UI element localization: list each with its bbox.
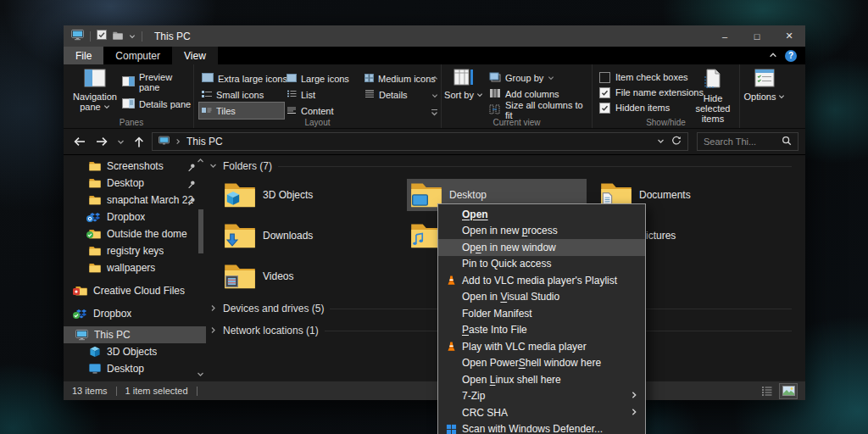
section-header-folders-7[interactable]: Folders (7) [209, 160, 792, 172]
layout-option-content[interactable]: Content [284, 103, 362, 119]
cube-icon [89, 346, 101, 358]
sidebar-item-wallpapers[interactable]: wallpapers [64, 259, 206, 276]
layout-option-label: Tiles [216, 106, 236, 116]
tile-videos[interactable]: Videos [220, 260, 400, 292]
preview-pane-button[interactable]: Preview pane [122, 75, 193, 90]
menu-item-7-zip[interactable]: 7-Zip [438, 388, 645, 405]
menu-item-open[interactable]: Open [438, 206, 645, 223]
menu-item-open-powershell-window-here[interactable]: Open PowerShell window here [438, 355, 645, 372]
sidebar-item-this-pc[interactable]: This PC [64, 326, 206, 343]
back-button[interactable] [70, 136, 89, 147]
sync-badge-icon [86, 213, 93, 225]
sidebar-item-label: Desktop [107, 177, 144, 189]
size-columns-icon [489, 104, 501, 116]
sidebar-item-desktop[interactable]: Desktop [64, 175, 206, 192]
sidebar-item-creative-cloud-files[interactable]: Creative Cloud Files [64, 282, 206, 299]
forward-button[interactable] [92, 136, 111, 147]
search-icon[interactable] [782, 136, 792, 147]
sidebar-item-label: 3D Objects [107, 346, 157, 358]
recent-locations-chevron-icon[interactable] [114, 138, 126, 146]
details-view-toggle-icon[interactable] [759, 384, 776, 398]
status-divider [197, 387, 198, 396]
chevron-right-icon [209, 303, 217, 314]
tab-view[interactable]: View [172, 47, 218, 64]
details-pane-button[interactable]: Details pane [122, 97, 191, 112]
tile-3d-objects[interactable]: 3D Objects [220, 179, 400, 211]
sidebar-scrollbar[interactable] [197, 155, 205, 380]
refresh-icon[interactable] [671, 136, 682, 148]
large-icons-view-toggle-icon[interactable] [780, 384, 797, 398]
scroll-down-icon[interactable] [196, 370, 204, 378]
chevron-right-icon [209, 325, 217, 337]
pin-icon [187, 162, 196, 174]
scrollbar-thumb[interactable] [198, 209, 203, 253]
sidebar-item-outside-the-dome[interactable]: Outside the dome [64, 225, 206, 242]
menu-item-folder-manifest[interactable]: Folder Manifest [438, 305, 645, 322]
breadcrumb[interactable]: This PC [186, 136, 223, 147]
layout-option-extra-large-icons[interactable]: Extra large icons [199, 70, 284, 86]
menu-item-open-linux-shell-here[interactable]: Open Linux shell here [438, 371, 645, 388]
tile-label: Downloads [263, 230, 313, 242]
help-icon[interactable]: ? [785, 50, 797, 62]
context-menu: OpenOpen in new processOpen in new windo… [437, 203, 646, 434]
sidebar-item-3d-objects[interactable]: 3D Objects [64, 343, 206, 360]
sidebar-item-dropbox[interactable]: Dropbox [64, 305, 206, 322]
sidebar-item-snapchat-march-22[interactable]: snapchat March 22 [64, 192, 206, 209]
group-label-current-view: Current view [442, 118, 592, 127]
layout-option-details[interactable]: Details [362, 86, 435, 103]
menu-item-open-in-visual-studio[interactable]: Open in Visual Studio [438, 289, 645, 306]
minimize-button[interactable]: – [709, 25, 741, 47]
menu-item-paste-into-file[interactable]: Paste Into File [438, 322, 645, 339]
minimize-ribbon-icon[interactable] [769, 50, 777, 62]
size-columns-button[interactable]: Size all columns to fit [489, 103, 592, 118]
sidebar-item-screenshots[interactable]: Screenshots [64, 158, 206, 175]
options-button[interactable]: Options [741, 69, 788, 102]
menu-item-open-in-new-process[interactable]: Open in new process [438, 223, 645, 240]
layout-option-medium-icons[interactable]: Medium icons [362, 70, 435, 86]
new-folder-icon[interactable] [113, 31, 123, 42]
layout-option-tiles[interactable]: Tiles [199, 103, 284, 119]
gallery-scroll-down-icon[interactable] [431, 90, 438, 102]
menu-item-scan-with-windows-defender[interactable]: Scan with Windows Defender... [438, 421, 645, 434]
menu-item-add-to-vlc-media-player-s-playlist[interactable]: Add to VLC media player's Playlist [438, 272, 645, 289]
note-overlay-icon [412, 232, 424, 249]
menu-item-pin-to-quick-access[interactable]: Pin to Quick access [438, 256, 645, 273]
cc-badge-icon [73, 286, 80, 298]
layout-option-small-icons[interactable]: Small icons [199, 86, 284, 103]
menu-item-play-with-vlc-media-player[interactable]: Play with VLC media player [438, 338, 645, 355]
check-badge-icon [86, 229, 93, 241]
group-by-button[interactable]: Group by [489, 70, 554, 86]
add-columns-icon [489, 88, 501, 100]
tile-downloads[interactable]: Downloads [220, 220, 400, 252]
menu-item-crc-sha[interactable]: CRC SHA [438, 404, 645, 421]
menu-item-label: Pin to Quick access [462, 258, 551, 270]
tab-file[interactable]: File [64, 47, 103, 64]
hide-selected-items-button[interactable]: Hide selected items [687, 69, 738, 124]
sort-by-button[interactable]: Sort by [443, 69, 484, 100]
layout-option-list[interactable]: List [284, 86, 362, 103]
group-label-layout: Layout [194, 118, 441, 127]
title-bar[interactable]: This PC – □ ✕ [64, 25, 805, 47]
sidebar-item-label: Dropbox [93, 308, 131, 320]
search-input[interactable]: Search Thi... [697, 132, 798, 151]
sidebar-item-desktop[interactable]: Desktop [64, 360, 206, 377]
up-button[interactable] [130, 136, 148, 148]
close-button[interactable]: ✕ [773, 25, 805, 47]
sidebar-item-dropbox[interactable]: Dropbox [64, 209, 206, 225]
qat-customize-chevron-icon[interactable] [129, 31, 136, 42]
scroll-up-icon[interactable] [196, 157, 204, 164]
vlc-icon [442, 341, 459, 352]
sidebar-item-registry-keys[interactable]: registry keys [64, 242, 206, 259]
dropbox-icon [75, 309, 87, 320]
pin-icon [187, 179, 196, 191]
gallery-scroll-up-icon[interactable] [431, 72, 438, 84]
tab-computer[interactable]: Computer [103, 47, 172, 64]
properties-icon[interactable] [97, 30, 107, 42]
maximize-button[interactable]: □ [741, 25, 773, 47]
navigation-pane-button[interactable]: Navigation pane [71, 69, 119, 112]
address-bar[interactable]: This PC [152, 132, 688, 151]
folder-icon [89, 161, 101, 171]
menu-item-open-in-new-window[interactable]: Open in new window [438, 239, 645, 256]
address-dropdown-chevron-icon[interactable] [657, 136, 665, 147]
layout-option-large-icons[interactable]: Large icons [284, 70, 362, 86]
